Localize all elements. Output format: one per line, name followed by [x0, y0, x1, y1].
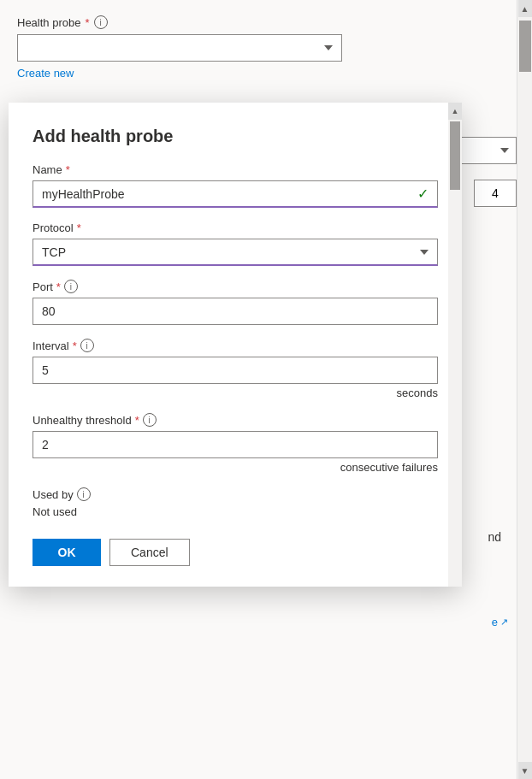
modal-scrollbar[interactable]: ▲ [448, 103, 462, 587]
add-health-probe-modal: ▲ Add health probe Name * myHealthProbe … [9, 103, 462, 587]
used-by-info-icon[interactable]: i [77, 487, 91, 501]
name-required: * [66, 163, 70, 176]
unhealthy-threshold-field-group: Unhealthy threshold * i consecutive fail… [33, 413, 438, 474]
modal-scrollbar-up[interactable]: ▲ [448, 103, 462, 120]
health-probe-label: Health probe [17, 16, 80, 29]
interval-input[interactable] [33, 357, 438, 384]
interval-info-icon[interactable]: i [80, 339, 94, 352]
protocol-chevron-icon [420, 250, 429, 255]
health-probe-dropdown[interactable] [17, 34, 342, 62]
protocol-label: Protocol * [33, 221, 438, 234]
scrollbar-thumb[interactable] [519, 21, 531, 72]
name-field-group: Name * myHealthProbe ✓ [33, 163, 438, 208]
interval-required: * [73, 339, 77, 352]
interval-field-group: Interval * i seconds [33, 339, 438, 399]
modal-scrollbar-thumb[interactable] [450, 121, 460, 190]
modal-title: Add health probe [33, 127, 438, 146]
unhealthy-hint: consecutive failures [33, 461, 438, 474]
health-probe-required: * [85, 16, 89, 29]
health-probe-info-icon[interactable]: i [94, 15, 108, 29]
interval-label: Interval * i [33, 339, 438, 352]
name-checkmark-icon: ✓ [417, 186, 429, 202]
right-number: 4 [474, 180, 517, 207]
port-field-group: Port * i [33, 280, 438, 325]
unhealthy-info-icon[interactable]: i [143, 413, 157, 427]
scrollbar-down-arrow[interactable]: ▼ [518, 762, 532, 779]
right-link-text: e [492, 616, 498, 629]
interval-hint: seconds [33, 387, 438, 399]
cancel-button[interactable]: Cancel [109, 539, 190, 566]
ok-button[interactable]: OK [33, 539, 101, 566]
used-by-field-group: Used by i Not used [33, 487, 438, 518]
used-by-label: Used by i [33, 487, 438, 501]
scrollbar-up-arrow[interactable]: ▲ [518, 0, 532, 17]
protocol-field-group: Protocol * TCP [33, 221, 438, 266]
unhealthy-input[interactable] [33, 431, 438, 458]
right-chevron-icon [500, 148, 509, 153]
name-input[interactable]: myHealthProbe ✓ [33, 180, 438, 208]
used-by-value: Not used [33, 505, 438, 518]
port-required: * [56, 280, 61, 293]
name-label: Name * [33, 163, 438, 176]
port-label: Port * i [33, 280, 438, 293]
modal-button-row: OK Cancel [33, 539, 438, 566]
name-value: myHealthProbe [42, 187, 125, 201]
health-probe-chevron-icon [324, 45, 333, 50]
create-new-link[interactable]: Create new [17, 67, 74, 80]
unhealthy-required: * [135, 414, 139, 427]
protocol-value: TCP [42, 245, 66, 259]
port-input[interactable] [33, 298, 438, 325]
right-partial-text: nd [488, 530, 501, 544]
right-partial-link[interactable]: e ↗ [492, 616, 508, 629]
external-link-icon: ↗ [500, 617, 508, 628]
unhealthy-threshold-label: Unhealthy threshold * i [33, 413, 438, 427]
page-scrollbar[interactable]: ▲ ▼ [517, 0, 532, 779]
protocol-required: * [77, 221, 81, 234]
right-partial-dropdown[interactable] [457, 137, 517, 164]
port-info-icon[interactable]: i [64, 280, 78, 293]
protocol-select[interactable]: TCP [33, 239, 438, 266]
